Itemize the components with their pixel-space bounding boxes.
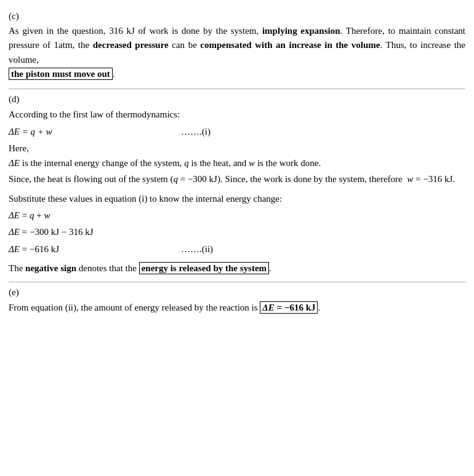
section-e-label: (e) (9, 287, 465, 298)
substitute-intro: Substitute these values in equation (i) … (9, 191, 465, 206)
bold-compensated: compensated with an increase in the volu… (200, 40, 380, 50)
eq-sub1: ΔE = q + w (9, 208, 465, 223)
period-c: . (113, 69, 115, 79)
bold-negative-sign: negative sign (25, 263, 76, 273)
boxed-delta-e: ΔE = −616 kJ (260, 301, 318, 314)
here-label: Here, (9, 141, 465, 156)
eq-sub3-lhs: ΔE = −616 kJ (9, 244, 132, 255)
page: (c) As given in the question, 316 kJ of … (0, 0, 474, 326)
equation1-lhs: ΔE = q + w (9, 127, 132, 137)
section-c-paragraph: As given in the question, 316 kJ of work… (9, 24, 465, 81)
boxed-piston: the piston must move out (9, 68, 113, 80)
equation1-rhs: …….(i) (181, 127, 211, 137)
section-c: (c) As given in the question, 316 kJ of … (9, 6, 465, 89)
eq-sub2: ΔE = −300 kJ − 316 kJ (9, 224, 465, 239)
eq-sub3-line: ΔE = −616 kJ …….(ii) (9, 244, 465, 255)
bold-implying-expansion: implying expansion (262, 26, 340, 36)
eq-sub3-rhs: …….(ii) (181, 244, 213, 255)
since-para: Since, the heat is flowing out of the sy… (9, 172, 465, 186)
here-body: ΔE is the internal energy change of the … (9, 156, 465, 170)
negative-line: The negative sign denotes that the energ… (9, 261, 465, 276)
here-section: Here, ΔE is the internal energy change o… (9, 141, 465, 170)
section-d-intro: According to the first law of thermodyna… (9, 107, 465, 122)
boxed-energy-released: energy is released by the system (139, 262, 269, 274)
bold-decreased-pressure: decreased pressure (93, 40, 169, 50)
equation1-line: ΔE = q + w …….(i) (9, 127, 465, 137)
section-e-para: From equation (ii), the amount of energy… (9, 300, 465, 315)
section-d-label: (d) (9, 94, 465, 105)
section-e: (e) From equation (ii), the amount of en… (9, 282, 465, 320)
section-d: (d) According to the first law of thermo… (9, 89, 465, 282)
section-c-label: (c) (9, 11, 465, 22)
